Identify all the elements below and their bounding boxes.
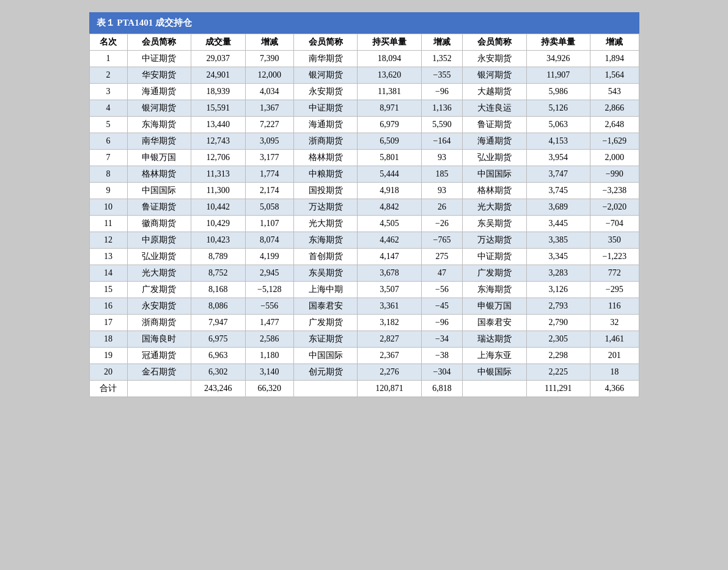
cell-2-8: 5,986 bbox=[526, 84, 590, 100]
cell-14-8: 3,126 bbox=[526, 282, 590, 298]
cell-17-7: 瑞达期货 bbox=[463, 331, 526, 348]
cell-19-8: 2,225 bbox=[526, 364, 590, 381]
table-row: 20金石期货6,3023,140创元期货2,276−304中银国际2,22518 bbox=[89, 364, 639, 381]
cell-2-0: 3 bbox=[89, 84, 127, 100]
cell-16-8: 2,790 bbox=[526, 315, 590, 331]
cell-3-0: 4 bbox=[89, 100, 127, 117]
table-row: 4银河期货15,5911,367中证期货8,9711,136大连良运5,1262… bbox=[89, 100, 639, 117]
total-cell-9: 4,366 bbox=[590, 381, 639, 397]
cell-14-2: 8,168 bbox=[191, 282, 246, 298]
col-header-5: 持买单量 bbox=[358, 34, 421, 51]
cell-14-5: 3,507 bbox=[358, 282, 421, 298]
cell-2-6: −96 bbox=[421, 84, 462, 100]
cell-8-5: 4,918 bbox=[358, 183, 421, 199]
cell-3-7: 大连良运 bbox=[463, 100, 526, 117]
col-header-1: 会员简称 bbox=[127, 34, 191, 51]
cell-8-6: 93 bbox=[421, 183, 462, 199]
cell-6-3: 3,177 bbox=[245, 150, 293, 166]
cell-9-0: 10 bbox=[89, 199, 127, 216]
cell-3-8: 5,126 bbox=[526, 100, 590, 117]
cell-6-0: 7 bbox=[89, 150, 127, 166]
cell-12-0: 13 bbox=[89, 249, 127, 265]
cell-7-6: 185 bbox=[421, 166, 462, 183]
cell-3-6: 1,136 bbox=[421, 100, 462, 117]
cell-17-3: 2,586 bbox=[245, 331, 293, 348]
cell-12-6: 275 bbox=[421, 249, 462, 265]
cell-5-5: 6,509 bbox=[358, 133, 421, 150]
col-header-2: 成交量 bbox=[191, 34, 246, 51]
cell-3-5: 8,971 bbox=[358, 100, 421, 117]
cell-11-5: 4,462 bbox=[358, 232, 421, 249]
table-row: 6南华期货12,7433,095浙商期货6,509−164海通期货4,153−1… bbox=[89, 133, 639, 150]
cell-1-8: 11,907 bbox=[526, 67, 590, 84]
cell-13-7: 广发期货 bbox=[463, 265, 526, 282]
cell-18-8: 2,298 bbox=[526, 348, 590, 364]
table-row: 16永安期货8,086−556国泰君安3,361−45申银万国2,793116 bbox=[89, 298, 639, 315]
cell-12-1: 弘业期货 bbox=[127, 249, 191, 265]
cell-8-3: 2,174 bbox=[245, 183, 293, 199]
cell-5-2: 12,743 bbox=[191, 133, 246, 150]
total-cell-1 bbox=[127, 381, 191, 397]
cell-19-5: 2,276 bbox=[358, 364, 421, 381]
main-container: 表１ PTA1401 成交持仓 名次会员简称成交量增减会员简称持买单量增减会员简… bbox=[89, 12, 639, 397]
cell-15-5: 3,361 bbox=[358, 298, 421, 315]
data-table: 名次会员简称成交量增减会员简称持买单量增减会员简称持卖单量增减 1中证期货29,… bbox=[89, 34, 639, 397]
cell-17-9: 1,461 bbox=[590, 331, 639, 348]
cell-18-9: 201 bbox=[590, 348, 639, 364]
col-header-0: 名次 bbox=[89, 34, 127, 51]
cell-1-9: 1,564 bbox=[590, 67, 639, 84]
table-row: 3海通期货18,9394,034永安期货11,381−96大越期货5,98654… bbox=[89, 84, 639, 100]
cell-13-1: 光大期货 bbox=[127, 265, 191, 282]
cell-7-0: 8 bbox=[89, 166, 127, 183]
cell-14-3: −5,128 bbox=[245, 282, 293, 298]
cell-5-9: −1,629 bbox=[590, 133, 639, 150]
cell-9-1: 鲁证期货 bbox=[127, 199, 191, 216]
cell-10-0: 11 bbox=[89, 216, 127, 232]
cell-4-1: 东海期货 bbox=[127, 117, 191, 133]
cell-4-7: 鲁证期货 bbox=[463, 117, 526, 133]
cell-13-2: 8,752 bbox=[191, 265, 246, 282]
cell-0-6: 1,352 bbox=[421, 51, 462, 67]
cell-17-5: 2,827 bbox=[358, 331, 421, 348]
table-row: 11徽商期货10,4291,107光大期货4,505−26东吴期货3,445−7… bbox=[89, 216, 639, 232]
cell-1-3: 12,000 bbox=[245, 67, 293, 84]
cell-7-5: 5,444 bbox=[358, 166, 421, 183]
cell-15-9: 116 bbox=[590, 298, 639, 315]
cell-10-1: 徽商期货 bbox=[127, 216, 191, 232]
table-row: 15广发期货8,168−5,128上海中期3,507−56东海期货3,126−2… bbox=[89, 282, 639, 298]
table-row: 14光大期货8,7522,945东吴期货3,67847广发期货3,283772 bbox=[89, 265, 639, 282]
cell-19-0: 20 bbox=[89, 364, 127, 381]
total-cell-2: 243,246 bbox=[191, 381, 246, 397]
cell-18-1: 冠通期货 bbox=[127, 348, 191, 364]
cell-0-2: 29,037 bbox=[191, 51, 246, 67]
cell-8-4: 国投期货 bbox=[293, 183, 357, 199]
table-row: 19冠通期货6,9631,180中国国际2,367−38上海东亚2,298201 bbox=[89, 348, 639, 364]
cell-5-8: 4,153 bbox=[526, 133, 590, 150]
cell-4-6: 5,590 bbox=[421, 117, 462, 133]
col-header-6: 增减 bbox=[421, 34, 462, 51]
cell-1-7: 银河期货 bbox=[463, 67, 526, 84]
cell-17-1: 国海良时 bbox=[127, 331, 191, 348]
cell-9-9: −2,020 bbox=[590, 199, 639, 216]
cell-2-3: 4,034 bbox=[245, 84, 293, 100]
cell-16-2: 7,947 bbox=[191, 315, 246, 331]
cell-16-0: 17 bbox=[89, 315, 127, 331]
cell-11-8: 3,385 bbox=[526, 232, 590, 249]
table-row: 10鲁证期货10,4425,058万达期货4,84226光大期货3,689−2,… bbox=[89, 199, 639, 216]
cell-9-3: 5,058 bbox=[245, 199, 293, 216]
cell-4-5: 6,979 bbox=[358, 117, 421, 133]
header-row: 名次会员简称成交量增减会员简称持买单量增减会员简称持卖单量增减 bbox=[89, 34, 639, 51]
cell-12-8: 3,345 bbox=[526, 249, 590, 265]
cell-18-3: 1,180 bbox=[245, 348, 293, 364]
cell-0-8: 34,926 bbox=[526, 51, 590, 67]
cell-9-2: 10,442 bbox=[191, 199, 246, 216]
cell-11-0: 12 bbox=[89, 232, 127, 249]
cell-15-7: 申银万国 bbox=[463, 298, 526, 315]
cell-7-7: 中国国际 bbox=[463, 166, 526, 183]
cell-14-4: 上海中期 bbox=[293, 282, 357, 298]
cell-5-3: 3,095 bbox=[245, 133, 293, 150]
cell-19-6: −304 bbox=[421, 364, 462, 381]
cell-7-1: 格林期货 bbox=[127, 166, 191, 183]
cell-10-3: 1,107 bbox=[245, 216, 293, 232]
cell-4-3: 7,227 bbox=[245, 117, 293, 133]
